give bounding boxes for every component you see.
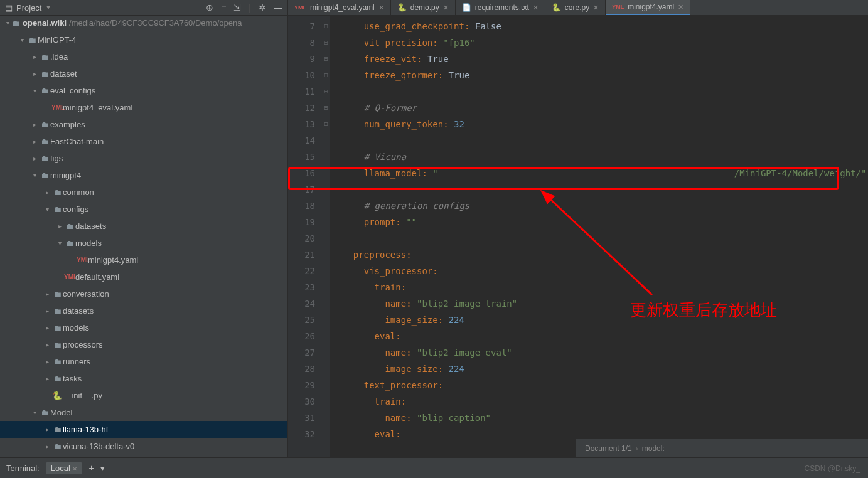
close-icon[interactable]: ✕ [378,4,384,12]
tree-item[interactable]: ▸🖿common [0,184,287,201]
code-line[interactable] [343,181,868,198]
expand-arrow-icon[interactable]: ▸ [43,426,51,433]
code-line[interactable]: vit_precision: "fp16" [343,35,868,51]
breadcrumb-root[interactable]: openai.wiki [23,18,67,28]
tree-item[interactable]: ▸🖿datasets [0,302,287,319]
folder-icon: 🖿 [51,425,63,434]
expand-arrow-icon[interactable]: ▸ [43,290,51,297]
code-area[interactable]: 7891011121314151617181920212223242526272… [288,16,868,457]
code-line[interactable] [343,132,868,149]
code-line[interactable]: num_query_token: 32 [343,116,868,132]
tree-item[interactable]: ▸🖿conversation [0,285,287,302]
project-tool-button[interactable]: ▤ Project ▼ [5,3,51,13]
expand-arrow-icon[interactable]: ▸ [43,443,51,450]
tree-item[interactable]: ▾🖿MiniGPT-4 [0,31,287,48]
code-line[interactable]: # Q-Former [343,100,868,116]
hide-icon[interactable]: — [274,3,282,13]
editor-tab[interactable]: YMLminigpt4_eval.yaml✕ [288,0,391,15]
expand-arrow-icon[interactable]: ▸ [43,358,51,365]
code-content[interactable]: use_grad_checkpoint: False vit_precision… [330,16,868,457]
terminal-more-icon[interactable]: ▾ [100,464,105,473]
code-line[interactable]: prompt: "" [343,214,868,230]
locate-icon[interactable]: ⊕ [206,3,213,13]
code-line[interactable]: image_size: 224 [343,361,868,377]
expand-arrow-icon[interactable]: ▸ [43,324,51,331]
code-line[interactable]: llama_model: " /MiniGPT-4/Model/weight/" [343,165,868,181]
tree-item[interactable]: ▸🖿vicuna-13b-delta-v0 [0,438,287,455]
tree-item[interactable]: ▾🖿models [0,235,287,252]
close-icon[interactable]: ✕ [443,4,449,12]
expand-arrow-icon[interactable]: ▸ [43,307,51,314]
expand-arrow-icon[interactable]: ▾ [55,240,64,247]
code-line[interactable] [343,83,868,100]
tree-item[interactable]: YMLdefault.yaml [0,268,287,285]
editor-tab[interactable]: 🐍core.py✕ [545,0,606,15]
terminal-title[interactable]: Terminal: [6,464,40,473]
gear-icon[interactable]: ✲ [259,3,266,13]
tree-item[interactable]: ▸🖿processors [0,336,287,353]
tree-item[interactable]: ▸🖿datasets [0,218,287,235]
tree-item[interactable]: YMLminigpt4.yaml [0,252,287,268]
code-line[interactable] [343,230,868,247]
tree-item[interactable]: ▸🖿.idea [0,48,287,65]
tree-item[interactable]: ▸🖿llama-13b-hf [0,421,287,438]
editor-tab[interactable]: 🐍demo.py✕ [391,0,456,15]
expand-arrow-icon[interactable]: ▸ [30,121,39,128]
code-line[interactable]: freeze_qformer: True [343,67,868,83]
expand-arrow-icon[interactable]: ▾ [43,206,51,213]
tree-item[interactable]: ▸🖿figs [0,150,287,167]
code-line[interactable]: image_size: 224 [343,312,868,328]
tree-item[interactable]: 🐍__init__.py [0,387,287,404]
expand-arrow-icon[interactable]: ▸ [30,53,39,60]
expand-icon[interactable]: ≡ [221,3,226,13]
chevron-down-icon[interactable]: ▾ [6,19,9,26]
breadcrumb: ▾ 🖿 openai.wiki /media/hao/D49CF3CC9CF3A… [0,16,287,30]
code-line[interactable]: eval: [343,328,868,344]
status-crumb[interactable]: model: [642,444,665,453]
close-icon[interactable]: ✕ [593,4,599,12]
add-terminal-button[interactable]: + [88,463,94,473]
collapse-icon[interactable]: ⇲ [233,3,241,13]
tree-item[interactable]: ▾🖿eval_configs [0,82,287,99]
expand-arrow-icon[interactable]: ▸ [55,223,64,230]
expand-arrow-icon[interactable]: ▸ [43,341,51,348]
code-line[interactable]: # generation configs [343,198,868,214]
tree-item[interactable]: ▸🖿examples [0,116,287,133]
expand-arrow-icon[interactable]: ▸ [30,70,39,77]
code-line[interactable]: freeze_vit: True [343,51,868,67]
expand-arrow-icon[interactable]: ▾ [30,87,39,94]
code-line[interactable]: # Vicuna [343,149,868,165]
code-line[interactable]: use_grad_checkpoint: False [343,18,868,35]
code-line[interactable]: name: "blip2_image_eval" [343,344,868,361]
close-icon[interactable]: ✕ [533,4,538,12]
code-line[interactable]: name: "blip_caption" [343,410,868,426]
project-icon: ▤ [5,3,13,13]
tree-item[interactable]: ▸🖿tasks [0,370,287,387]
expand-arrow-icon[interactable]: ▸ [30,138,39,145]
code-line[interactable]: text_processor: [343,377,868,393]
code-line[interactable]: name: "blip2_image_train" [343,295,868,312]
tree-item[interactable]: ▸🖿runners [0,353,287,370]
tree-item[interactable]: ▾🖿Model [0,404,287,421]
tree-item[interactable]: ▸🖿dataset [0,65,287,82]
code-line[interactable]: vis_processor: [343,263,868,279]
expand-arrow-icon[interactable]: ▾ [30,409,39,416]
tree-item[interactable]: ▸🖿models [0,319,287,336]
tree-item[interactable]: ▾🖿minigpt4 [0,167,287,184]
expand-arrow-icon[interactable]: ▸ [30,155,39,162]
tree-item[interactable]: ▸🖿FastChat-main [0,133,287,150]
project-tree[interactable]: ▾🖿MiniGPT-4▸🖿.idea▸🖿dataset▾🖿eval_config… [0,30,287,457]
editor-tab[interactable]: 📄requirements.txt✕ [456,0,545,15]
expand-arrow-icon[interactable]: ▾ [30,172,39,179]
expand-arrow-icon[interactable]: ▾ [18,36,26,43]
expand-arrow-icon[interactable]: ▸ [43,375,51,382]
close-icon[interactable]: ✕ [678,3,683,11]
editor-tab[interactable]: YMLminigpt4.yaml✕ [606,0,690,15]
terminal-tab-local[interactable]: Local ✕ [46,462,83,474]
expand-arrow-icon[interactable]: ▸ [43,189,51,196]
code-line[interactable]: preprocess: [343,247,868,263]
tree-item[interactable]: YMLminigpt4_eval.yaml [0,99,287,116]
code-line[interactable]: train: [343,393,868,410]
code-line[interactable]: train: [343,279,868,295]
tree-item[interactable]: ▾🖿configs [0,201,287,218]
